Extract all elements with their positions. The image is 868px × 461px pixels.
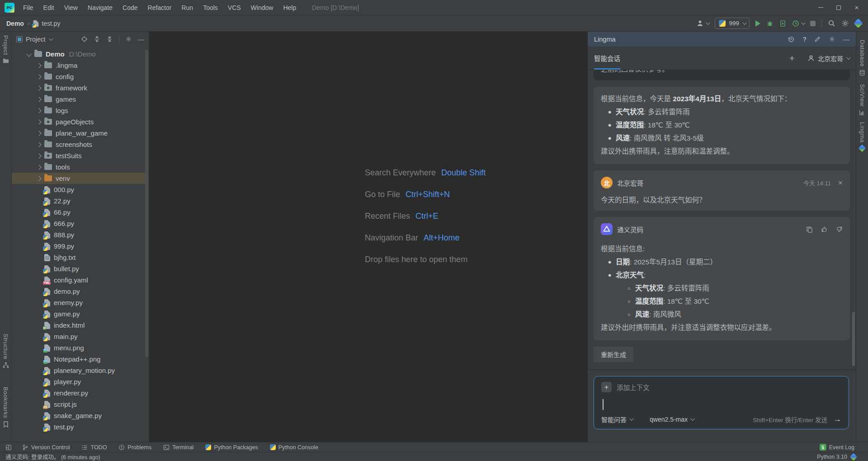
tree-item-menu-png[interactable]: menu.png bbox=[12, 342, 145, 353]
menu-vcs[interactable]: VCS bbox=[223, 0, 246, 15]
tree-item-root-demo[interactable]: DemoD:\Demo bbox=[12, 48, 145, 60]
tree-item-player-py[interactable]: player.py bbox=[12, 376, 145, 387]
toolwindow-todo[interactable]: TODO bbox=[75, 442, 113, 452]
tree-item-bjhg-txt[interactable]: bjhg.txt bbox=[12, 252, 145, 263]
toolwindow-python-packages[interactable]: Python Packages bbox=[199, 442, 264, 452]
minimize-panel-icon[interactable]: — bbox=[843, 36, 849, 43]
debug-button[interactable] bbox=[766, 20, 774, 27]
menu-refactor[interactable]: Refactor bbox=[143, 0, 177, 15]
tree-item-000-py[interactable]: 000.py bbox=[12, 184, 145, 195]
settings-gear-icon[interactable] bbox=[841, 19, 849, 27]
lingma-status-icon[interactable] bbox=[850, 453, 858, 461]
mode-select[interactable]: 智能问答 bbox=[601, 415, 632, 424]
menu-navigate[interactable]: Navigate bbox=[83, 0, 118, 15]
tool-window-switcher-icon[interactable] bbox=[5, 444, 12, 451]
run-button[interactable] bbox=[755, 20, 760, 27]
tree-item-22-py[interactable]: 22.py bbox=[12, 195, 145, 207]
new-session-plus-icon[interactable]: + bbox=[789, 53, 795, 64]
menu-file[interactable]: File bbox=[18, 0, 38, 15]
thumb-down-icon[interactable] bbox=[836, 226, 843, 233]
maximize-button[interactable] bbox=[831, 2, 846, 14]
hide-panel-icon[interactable]: — bbox=[138, 36, 144, 43]
tree-item--lingma[interactable]: .lingma bbox=[12, 60, 145, 71]
chat-scrollbar[interactable] bbox=[852, 312, 855, 366]
tool-strip-tab-project[interactable]: Project bbox=[0, 35, 11, 63]
toolwindow-python-console[interactable]: Python Console bbox=[264, 442, 324, 452]
history-icon[interactable] bbox=[788, 36, 795, 43]
send-button[interactable]: → bbox=[833, 414, 841, 424]
menu-tools[interactable]: Tools bbox=[198, 0, 223, 15]
delete-message-icon[interactable]: × bbox=[838, 179, 843, 187]
add-context-plus-icon[interactable]: + bbox=[601, 382, 612, 392]
project-panel-title[interactable]: Project bbox=[26, 36, 46, 43]
python-interpreter[interactable]: Python 3.10 bbox=[817, 454, 847, 460]
menu-window[interactable]: Window bbox=[246, 0, 278, 15]
new-chat-pencil-icon[interactable] bbox=[814, 36, 821, 42]
profiler-button[interactable] bbox=[792, 20, 804, 27]
collapse-all-icon[interactable] bbox=[106, 36, 113, 42]
stop-button[interactable] bbox=[810, 21, 816, 26]
breadcrumb-project[interactable]: Demo bbox=[6, 20, 24, 27]
toolwindow-terminal[interactable]: Terminal bbox=[157, 442, 199, 452]
tree-item-bullet-py[interactable]: bullet.py bbox=[12, 263, 145, 274]
tool-strip-tab-sciview[interactable]: SciView bbox=[856, 84, 868, 116]
tree-item-testsuits[interactable]: testSuits bbox=[12, 150, 145, 161]
run-configuration-select[interactable]: 999 bbox=[715, 18, 750, 29]
menu-view[interactable]: View bbox=[59, 0, 83, 15]
help-icon[interactable]: ? bbox=[802, 36, 807, 43]
user-account-button[interactable] bbox=[696, 19, 709, 27]
tree-item-test-py[interactable]: test.py bbox=[12, 421, 145, 433]
run-with-coverage-button[interactable] bbox=[779, 20, 786, 27]
status-message[interactable]: 通义灵码: 登录成功。 (6 minutes ago) bbox=[5, 452, 100, 461]
tool-strip-tab-structure[interactable]: Structure bbox=[0, 334, 11, 368]
tree-item-pageobjects[interactable]: pageObjects bbox=[12, 116, 145, 127]
minimize-button[interactable] bbox=[813, 2, 828, 14]
lingma-icon[interactable] bbox=[854, 19, 863, 28]
menu-help[interactable]: Help bbox=[278, 0, 301, 15]
chevron-down-icon[interactable] bbox=[49, 36, 53, 41]
thumb-up-icon[interactable] bbox=[821, 226, 828, 233]
lingma-settings-gear-icon[interactable] bbox=[829, 36, 835, 42]
search-everywhere-icon[interactable] bbox=[828, 19, 835, 27]
tree-item-plane-war-game[interactable]: plane_war_game bbox=[12, 127, 145, 139]
tree-item-snake-game-py[interactable]: snake_game.py bbox=[12, 410, 145, 421]
tree-item-script-js[interactable]: JSscript.js bbox=[12, 399, 145, 410]
tree-item-config[interactable]: config bbox=[12, 71, 145, 82]
toolwindow-version-control[interactable]: Version Control bbox=[16, 442, 75, 452]
tree-item-888-py[interactable]: 888.py bbox=[12, 229, 145, 240]
tree-item-game-py[interactable]: game.py bbox=[12, 308, 145, 320]
tree-item-66-py[interactable]: 66.py bbox=[12, 207, 145, 218]
tree-item-venv[interactable]: venv bbox=[12, 173, 145, 184]
tool-strip-tab-lingma[interactable]: Lingma bbox=[856, 122, 868, 151]
tree-scrollbar[interactable] bbox=[145, 50, 148, 357]
breadcrumb-file[interactable]: test.py bbox=[42, 20, 60, 27]
tree-item-renderer-py[interactable]: renderer.py bbox=[12, 387, 145, 399]
tree-item-demo-py[interactable]: demo.py bbox=[12, 286, 145, 297]
toolwindow-problems[interactable]: Problems bbox=[113, 442, 157, 452]
tree-item-screenshots[interactable]: screenshots bbox=[12, 139, 145, 150]
regenerate-button[interactable]: 重新生成 bbox=[594, 347, 633, 362]
menu-code[interactable]: Code bbox=[118, 0, 142, 15]
tree-item-framework[interactable]: framework bbox=[12, 82, 145, 94]
tree-item-tools[interactable]: tools bbox=[12, 161, 145, 173]
tree-item-logs[interactable]: logs bbox=[12, 105, 145, 116]
model-select[interactable]: qwen2.5-max bbox=[650, 416, 693, 423]
menu-run[interactable]: Run bbox=[176, 0, 198, 15]
account-menu[interactable]: 北京宏哥 bbox=[807, 54, 849, 63]
tree-item-666-py[interactable]: 666.py bbox=[12, 218, 145, 229]
tree-item-main-py[interactable]: main.py bbox=[12, 331, 145, 342]
tree-item-planetary-motion-py[interactable]: planetary_motion.py bbox=[12, 365, 145, 376]
tree-item-enemy-py[interactable]: enemy.py bbox=[12, 297, 145, 308]
expand-all-icon[interactable] bbox=[94, 36, 100, 42]
tool-strip-tab-bookmarks[interactable]: Bookmarks bbox=[0, 387, 11, 428]
add-context-label[interactable]: 添加上下文 bbox=[617, 382, 650, 392]
menu-edit[interactable]: Edit bbox=[38, 0, 59, 15]
tree-item-games[interactable]: games bbox=[12, 94, 145, 105]
panel-settings-gear-icon[interactable] bbox=[125, 36, 132, 42]
event-log-button[interactable]: 5 Event Log bbox=[820, 444, 863, 451]
chat-input-box[interactable]: + 添加上下文 智能问答 qwen2.5-max Shift+Enter 换行/… bbox=[594, 376, 849, 429]
tree-item-index-html[interactable]: Hindex.html bbox=[12, 320, 145, 331]
close-button[interactable]: × bbox=[849, 2, 864, 14]
tree-item-config-yaml[interactable]: YMLconfig.yaml bbox=[12, 274, 145, 286]
tree-item-notepad-png[interactable]: Notepad++.png bbox=[12, 353, 145, 365]
